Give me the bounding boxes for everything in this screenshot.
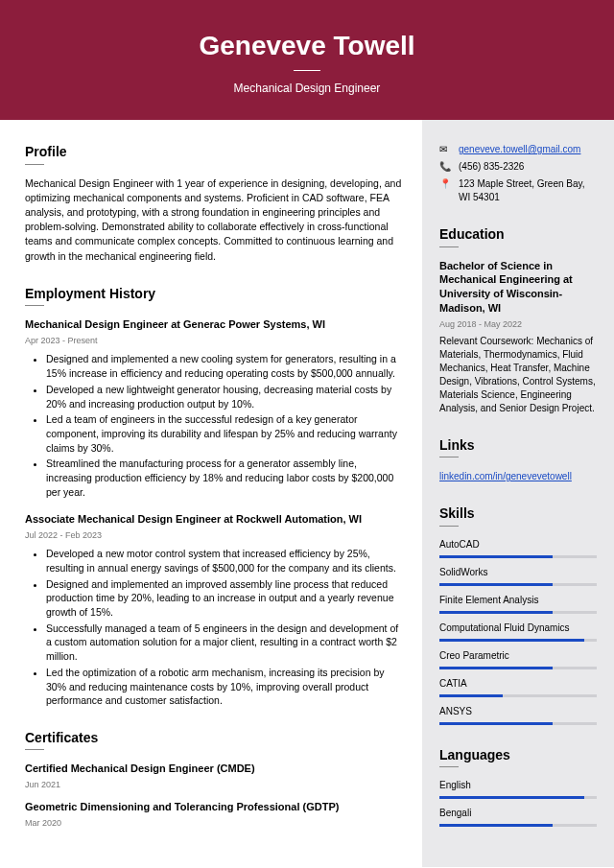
skill-fill bbox=[439, 667, 553, 669]
skills-heading: Skills bbox=[439, 504, 597, 524]
contact-section: ✉ geneveve.towell@gmail.com 📞 (456) 835-… bbox=[439, 143, 597, 204]
links-heading: Links bbox=[439, 436, 597, 456]
job-subtitle: Mechanical Design Engineer bbox=[0, 81, 614, 97]
education-dates: Aug 2018 - May 2022 bbox=[439, 318, 597, 331]
skill-fill bbox=[439, 583, 553, 586]
skill-row: CATIA bbox=[439, 677, 597, 697]
job-bullet: Developed a new motor control system tha… bbox=[46, 547, 403, 575]
languages-container: EnglishBengali bbox=[439, 779, 597, 827]
skill-fill bbox=[439, 611, 553, 614]
skill-row: Bengali bbox=[439, 807, 597, 827]
job-bullet: Streamlined the manufacturing process fo… bbox=[46, 457, 403, 499]
job-item: Associate Mechanical Design Engineer at … bbox=[25, 512, 403, 708]
job-item: Mechanical Design Engineer at Generac Po… bbox=[25, 317, 403, 499]
cert-item: Certified Mechanical Design Engineer (CM… bbox=[25, 762, 403, 790]
job-bullet: Led a team of engineers in the successfu… bbox=[46, 412, 403, 455]
skill-bar bbox=[439, 667, 597, 669]
address-text: 123 Maple Street, Green Bay, WI 54301 bbox=[459, 177, 597, 204]
skill-fill bbox=[439, 694, 503, 697]
skills-section: Skills AutoCADSolidWorksFinite Element A… bbox=[439, 504, 597, 725]
skill-row: AutoCAD bbox=[439, 538, 597, 558]
location-icon: 📍 bbox=[439, 177, 451, 191]
skill-fill bbox=[439, 796, 584, 799]
link-item[interactable]: linkedin.com/in/genevevetowell bbox=[439, 471, 572, 481]
contact-phone: 📞 (456) 835-2326 bbox=[439, 160, 597, 174]
underline bbox=[25, 305, 44, 306]
cert-title: Certified Mechanical Design Engineer (CM… bbox=[25, 762, 403, 776]
right-column: ✉ geneveve.towell@gmail.com 📞 (456) 835-… bbox=[422, 120, 614, 867]
skill-name: AutoCAD bbox=[439, 538, 597, 551]
skill-fill bbox=[439, 824, 553, 827]
underline bbox=[439, 246, 459, 247]
skill-row: ANSYS bbox=[439, 705, 597, 725]
job-bullets: Designed and implemented a new cooling s… bbox=[25, 352, 403, 499]
job-dates: Apr 2023 - Present bbox=[25, 335, 403, 347]
job-bullets: Developed a new motor control system tha… bbox=[25, 547, 403, 708]
underline bbox=[25, 164, 44, 165]
job-bullet: Developed a new lightweight generator ho… bbox=[46, 383, 403, 411]
job-bullet: Designed and implemented an improved ass… bbox=[46, 577, 403, 620]
languages-section: Languages EnglishBengali bbox=[439, 746, 597, 828]
skill-row: SolidWorks bbox=[439, 566, 597, 586]
skill-name: English bbox=[439, 779, 597, 792]
phone-text: (456) 835-2326 bbox=[459, 160, 524, 174]
skill-row: English bbox=[439, 779, 597, 799]
job-bullet: Successfully managed a team of 5 enginee… bbox=[46, 622, 403, 664]
job-bullet: Led the optimization of a robotic arm me… bbox=[46, 666, 403, 708]
contact-address: 📍 123 Maple Street, Green Bay, WI 54301 bbox=[439, 177, 597, 204]
skill-bar bbox=[439, 555, 597, 558]
skill-name: Creo Parametric bbox=[439, 649, 597, 663]
cert-item: Geometric Dimensioning and Tolerancing P… bbox=[25, 800, 403, 829]
skill-bar bbox=[439, 824, 597, 827]
person-name: Geneveve Towell bbox=[0, 27, 614, 64]
profile-heading: Profile bbox=[25, 143, 403, 162]
resume-header: Geneveve Towell Mechanical Design Engine… bbox=[0, 0, 614, 120]
skill-name: ANSYS bbox=[439, 705, 597, 718]
underline bbox=[439, 526, 459, 527]
skill-name: CATIA bbox=[439, 677, 597, 691]
education-text: Relevant Coursework: Mechanics of Materi… bbox=[439, 335, 597, 415]
skill-bar bbox=[439, 694, 597, 697]
email-icon: ✉ bbox=[439, 143, 451, 156]
skill-fill bbox=[439, 639, 584, 642]
education-section: Education Bachelor of Science in Mechani… bbox=[439, 225, 597, 415]
skill-bar bbox=[439, 583, 597, 586]
phone-icon: 📞 bbox=[439, 160, 451, 174]
job-bullet: Designed and implemented a new cooling s… bbox=[46, 352, 403, 380]
skill-bar bbox=[439, 722, 597, 725]
skill-name: Finite Element Analysis bbox=[439, 594, 597, 607]
underline bbox=[439, 457, 459, 457]
underline bbox=[439, 766, 459, 767]
education-heading: Education bbox=[439, 225, 597, 245]
skill-fill bbox=[439, 722, 553, 725]
skill-name: SolidWorks bbox=[439, 566, 597, 579]
job-title: Associate Mechanical Design Engineer at … bbox=[25, 512, 403, 527]
skill-fill bbox=[439, 555, 553, 558]
skill-name: Computational Fluid Dynamics bbox=[439, 622, 597, 635]
skill-row: Finite Element Analysis bbox=[439, 594, 597, 614]
contact-email: ✉ geneveve.towell@gmail.com bbox=[439, 143, 597, 156]
skill-row: Computational Fluid Dynamics bbox=[439, 622, 597, 642]
jobs-container: Mechanical Design Engineer at Generac Po… bbox=[25, 317, 403, 707]
skill-bar bbox=[439, 796, 597, 799]
certificates-heading: Certificates bbox=[25, 729, 403, 748]
job-dates: Jul 2022 - Feb 2023 bbox=[25, 529, 403, 542]
job-title: Mechanical Design Engineer at Generac Po… bbox=[25, 317, 403, 332]
profile-text: Mechanical Design Engineer with 1 year o… bbox=[25, 176, 403, 264]
cert-date: Mar 2020 bbox=[25, 817, 403, 830]
education-degree: Bachelor of Science in Mechanical Engine… bbox=[439, 259, 597, 316]
links-section: Links linkedin.com/in/genevevetowell bbox=[439, 436, 597, 484]
skill-name: Bengali bbox=[439, 807, 597, 820]
certs-container: Certified Mechanical Design Engineer (CM… bbox=[25, 762, 403, 829]
skill-row: Creo Parametric bbox=[439, 649, 597, 669]
employment-heading: Employment History bbox=[25, 285, 403, 304]
skills-container: AutoCADSolidWorksFinite Element Analysis… bbox=[439, 538, 597, 725]
left-column: Profile Mechanical Design Engineer with … bbox=[0, 120, 422, 867]
skill-bar bbox=[439, 611, 597, 614]
skill-bar bbox=[439, 639, 597, 642]
underline bbox=[25, 749, 44, 750]
main-content: Profile Mechanical Design Engineer with … bbox=[0, 120, 614, 867]
cert-title: Geometric Dimensioning and Tolerancing P… bbox=[25, 800, 403, 814]
header-underline bbox=[294, 70, 320, 71]
email-link[interactable]: geneveve.towell@gmail.com bbox=[459, 143, 580, 156]
